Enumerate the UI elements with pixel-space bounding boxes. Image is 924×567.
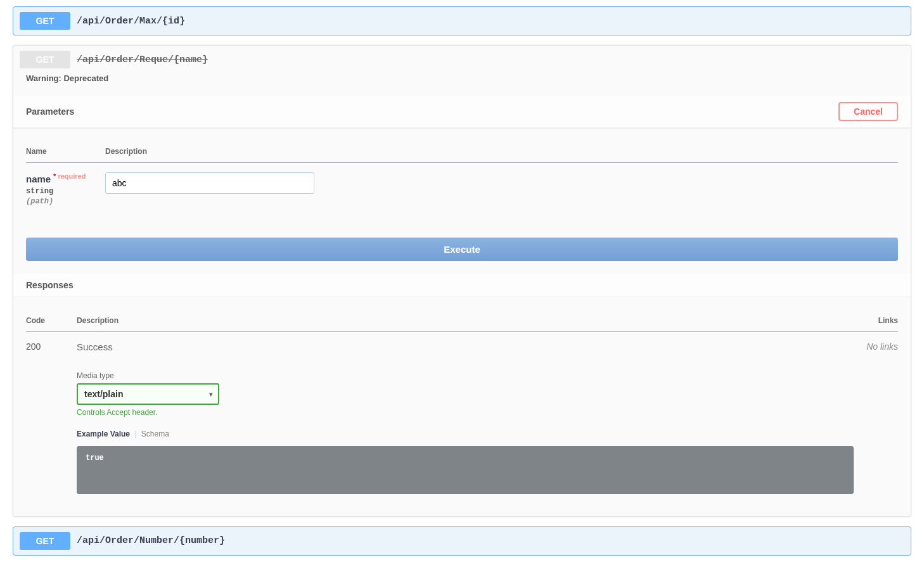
param-required-badge: required [53,172,86,180]
endpoint-path: /api/Order/Number/{number} [77,535,225,546]
media-type-label: Media type [77,371,854,380]
media-type-select[interactable]: text/plain [77,383,219,405]
example-value-box: true [77,446,854,494]
http-method-badge: GET [20,51,70,68]
endpoint-path: /api/Order/Max/{id} [77,16,185,27]
parameters-body: Name Description name required string (p… [13,128,911,274]
endpoint-path-deprecated: /api/Order/Reque/{name} [77,54,208,65]
http-method-badge: GET [20,12,70,30]
parameters-table: Name Description name required string (p… [26,141,898,215]
cancel-button[interactable]: Cancel [838,102,898,121]
endpoint-header[interactable]: GET /api/Order/Max/{id} [13,7,911,35]
response-code: 200 [26,331,77,504]
col-header-code: Code [26,310,77,332]
media-type-hint: Controls Accept header. [77,408,854,417]
endpoint-header[interactable]: GET /api/Order/Number/{number} [13,527,911,555]
responses-title: Responses [26,280,74,290]
endpoint-collapsed-number[interactable]: GET /api/Order/Number/{number} [13,526,911,556]
col-header-links: Links [854,310,898,332]
responses-body: Code Description Links 200 Success Media… [13,297,911,516]
response-description: Success [77,341,854,352]
col-header-description: Description [77,310,854,332]
param-value-input[interactable] [105,172,314,194]
endpoint-expanded-reque: GET /api/Order/Reque/{name} Warning: Dep… [13,45,911,517]
param-type: string [26,187,105,196]
tab-example-value[interactable]: Example Value [77,430,130,438]
parameter-row: name required string (path) [26,163,898,215]
param-name: name [26,174,51,184]
http-method-badge: GET [20,532,70,550]
endpoint-header[interactable]: GET /api/Order/Reque/{name} [13,46,911,73]
col-header-description: Description [105,141,898,163]
example-tabs: Example Value | Schema [77,430,854,438]
parameters-section-bar: Parameters Cancel [13,96,911,128]
endpoint-collapsed-max[interactable]: GET /api/Order/Max/{id} [13,6,911,35]
col-header-name: Name [26,141,105,163]
execute-button[interactable]: Execute [26,238,898,261]
response-row: 200 Success Media type text/plain ▾ Cont… [26,331,898,504]
deprecation-warning: Warning: Deprecated [13,73,911,96]
tab-schema[interactable]: Schema [141,430,169,438]
responses-section-bar: Responses [13,274,911,297]
response-links: No links [854,331,898,504]
param-in: (path) [26,197,105,206]
parameters-title: Parameters [26,106,74,117]
responses-table: Code Description Links 200 Success Media… [26,310,898,504]
tab-separator: | [134,430,136,438]
